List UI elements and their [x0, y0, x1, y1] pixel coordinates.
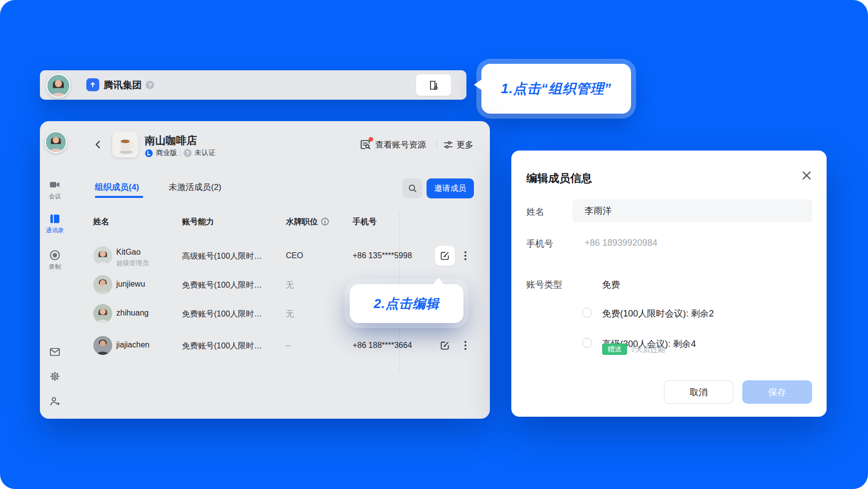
edit-icon [440, 251, 450, 261]
tab-org-members[interactable]: 组织成员(4) [95, 181, 139, 193]
org-bar: 腾讯集团 ? [40, 70, 466, 100]
member-position: 无 [286, 280, 294, 291]
sidebar-item-label: 录制 [49, 263, 61, 270]
user-avatar[interactable] [46, 74, 70, 98]
callout-tail [474, 79, 482, 90]
active-tab-underline [95, 196, 143, 198]
record-icon [49, 249, 61, 261]
back-button[interactable] [92, 138, 105, 152]
name-input[interactable] [572, 199, 812, 222]
org-logo [112, 132, 138, 158]
notification-dot [369, 137, 373, 142]
more-button[interactable]: 更多 [443, 138, 473, 152]
user-avatar-image [47, 75, 69, 97]
view-account-resources-label: 查看账号资源 [375, 139, 426, 151]
member-position: 无 [286, 309, 294, 320]
callout-tail [433, 278, 444, 285]
org-management-icon [428, 79, 439, 91]
org-management-window: 会议 通讯录 录制 [40, 121, 490, 419]
phone-label: 手机号 [526, 238, 553, 250]
member-name: KitGao [116, 248, 141, 257]
callout-step1-text: 1.点击“组织管理” [501, 80, 612, 98]
divider [180, 150, 181, 157]
search-icon [408, 183, 418, 193]
member-name: junjiewu [116, 280, 145, 289]
video-camera-icon [49, 179, 61, 191]
cancel-button[interactable]: 取消 [664, 380, 733, 404]
sliders-icon [443, 140, 453, 150]
screenshot: 腾讯集团 ? 1.点击“组织管理” 会议 通讯录 [0, 0, 868, 489]
member-ability: 免费账号(100人限时… [182, 341, 262, 351]
radio-free-100[interactable] [582, 308, 592, 318]
sidebar-item-label: 会议 [49, 193, 61, 200]
edition-badge-icon [145, 149, 153, 158]
close-button[interactable] [800, 168, 814, 182]
col-header-ability: 账号能力 [182, 217, 214, 227]
sidebar-avatar[interactable] [45, 131, 67, 153]
edit-member-button[interactable] [440, 340, 450, 350]
member-phone: +86 135****5998 [353, 251, 412, 260]
radio-free-label[interactable]: 免费 [602, 279, 620, 291]
phone-value: +86 18939920984 [585, 238, 657, 248]
member-name: zhihuang [116, 309, 149, 318]
member-ability: 高级账号(100人限时… [182, 251, 262, 262]
row-more-button[interactable] [461, 251, 469, 261]
close-icon [801, 169, 813, 181]
sidebar-item-meetings[interactable]: 会议 [40, 179, 70, 201]
tab-inactive-members[interactable]: 未激活成员(2) [169, 181, 221, 193]
edit-icon [440, 340, 450, 350]
org-subtitle: 商业版 ? 未认证 [145, 149, 216, 158]
callout-step1: 1.点击“组织管理” [481, 64, 631, 114]
org-title: 南山咖啡店 [145, 134, 197, 148]
save-button[interactable]: 保存 [742, 380, 812, 404]
account-type-label: 账号类型 [526, 279, 562, 291]
kebab-icon [464, 344, 466, 346]
switch-account-button[interactable] [49, 395, 61, 407]
gift-expiry-note: 7天后过期 [631, 345, 665, 354]
radio-premium-300[interactable] [582, 338, 592, 348]
member-ability: 免费账号(100人限时… [182, 309, 262, 320]
member-ability: 免费账号(100人限时… [182, 280, 262, 291]
member-name: jiajiachen [116, 340, 150, 349]
member-avatar [93, 275, 112, 294]
edit-member-button[interactable] [440, 251, 450, 261]
col-header-position: 水牌职位 [286, 217, 318, 227]
col-header-phone: 手机号 [353, 217, 377, 227]
kebab-icon [464, 255, 466, 257]
verify-status: 未认证 [195, 149, 216, 158]
member-avatar [93, 304, 112, 323]
chevron-left-icon [93, 139, 104, 150]
col-header-name: 姓名 [93, 217, 109, 227]
mail-button[interactable] [49, 346, 61, 358]
member-position: – [286, 341, 290, 350]
org-help-icon[interactable]: ? [146, 81, 154, 89]
verify-help-icon: ? [184, 149, 192, 157]
member-avatar [93, 246, 112, 265]
radio-free-100-label[interactable]: 免费(100人限时会议): 剩余2 [602, 308, 714, 320]
invite-member-button[interactable]: 邀请成员 [427, 178, 474, 198]
view-account-resources-button[interactable]: 查看账号资源 [360, 138, 426, 152]
name-label: 姓名 [526, 206, 544, 218]
more-label: 更多 [456, 139, 473, 151]
row-more-button[interactable] [461, 340, 469, 350]
member-avatar [93, 336, 112, 355]
member-phone: +86 188****3664 [353, 341, 412, 350]
edition-badge-label: 商业版 [156, 149, 177, 158]
divider [436, 141, 437, 149]
member-position: CEO [286, 251, 303, 260]
modal-title: 编辑成员信息 [526, 171, 592, 186]
info-icon[interactable] [321, 217, 329, 226]
gift-badge: 赠送 [602, 343, 627, 355]
sidebar-item-contacts[interactable]: 通讯录 [40, 213, 70, 235]
app-sidebar: 会议 通讯录 录制 [40, 121, 70, 419]
callout-step2-text: 2.点击编辑 [374, 295, 439, 313]
sidebar-item-label: 通讯录 [46, 227, 64, 234]
address-book-icon [49, 213, 61, 225]
settings-button[interactable] [49, 370, 61, 382]
search-button[interactable] [403, 178, 423, 198]
tencent-meeting-logo-icon [86, 78, 99, 91]
callout-step2: 2.点击编辑 [350, 284, 463, 323]
sidebar-item-recordings[interactable]: 录制 [40, 249, 70, 271]
org-management-button[interactable] [416, 74, 451, 96]
org-name: 腾讯集团 [104, 70, 142, 100]
